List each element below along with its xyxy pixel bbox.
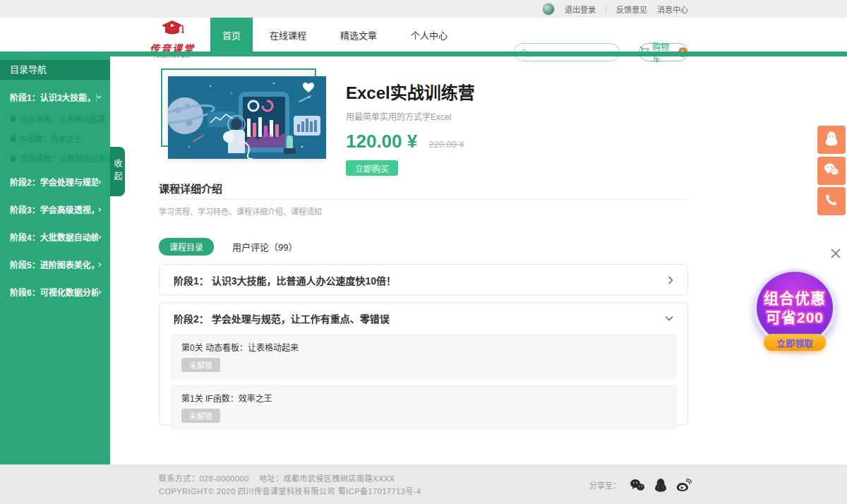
page: 退出登录 反馈意见 消息中心 传音课堂 CHUANYINKETANG 首页 在线 — [0, 0, 847, 504]
qq-share-icon[interactable] — [654, 478, 667, 492]
navbar: 传音课堂 CHUANYINKETANG 首页 在线课程 精选文章 个人中心 搜索… — [0, 18, 847, 52]
lesson-1-locked-badge: 未解锁 — [181, 409, 220, 423]
sidebar-stage-1[interactable]: 阶段1：认识3大技能，比普通人... — [0, 80, 110, 109]
accordion-stage-1-title: 阶段1： 认识3大技能，比普通人办公速度快10倍！ — [174, 273, 396, 287]
accordion-stage-2-title: 阶段2： 学会处理与规范，让工作有重点、零错误 — [174, 311, 390, 325]
sidebar-stage-5-label: 阶段5：进阶图表美化，让汇报一... — [10, 258, 98, 270]
sidebar-stage-1-label: 阶段1：认识3大技能，比普通人... — [10, 91, 97, 103]
price-row: 120.00 ¥ 220.00 ¥ — [346, 131, 475, 152]
sidebar-lesson-0-label: 动态看板：让表格动起来 — [20, 113, 106, 124]
course-title: Excel实战训练营 — [346, 79, 475, 104]
chevron-down-icon — [665, 316, 673, 321]
footer-address: 地址：成都市武侯区槐树店南路XXXX — [259, 474, 395, 483]
nav-item-profile[interactable]: 个人中心 — [394, 18, 464, 52]
original-price: 220.00 ¥ — [428, 139, 464, 150]
nav-menu: 首页 在线课程 精选文章 个人中心 — [210, 18, 464, 52]
favorite-heart-icon[interactable] — [302, 82, 315, 96]
lock-icon — [10, 114, 16, 124]
course-thumbnail — [161, 68, 328, 160]
wechat-share-icon[interactable] — [630, 479, 645, 491]
footer-info: 联系方式：028-0000000 地址：成都市武侯区槐树店南路XXXX COPY… — [159, 472, 421, 498]
accordion-stage-2: 阶段2： 学会处理与规范，让工作有重点、零错误 第0关 动态看板：让表格动起来 … — [159, 302, 688, 425]
nav-item-articles[interactable]: 精选文章 — [323, 18, 394, 52]
sidebar-stage-3-label: 阶段3：学会高级透视，拥有同时... — [10, 203, 98, 215]
sidebar-lesson-1[interactable]: IF函数：效率之王 — [0, 128, 110, 148]
graduation-cap-icon — [159, 20, 186, 40]
topbar: 退出登录 反馈意见 消息中心 — [0, 0, 847, 18]
buy-now-button[interactable]: 立即购买 — [346, 160, 398, 176]
current-price: 120.00 ¥ — [346, 131, 417, 152]
share-label: 分享至： — [589, 479, 620, 491]
footer-share: 分享至： — [589, 478, 692, 492]
sidebar-stage-6[interactable]: 阶段6：可视化数据分析，帮老板... — [0, 278, 110, 306]
accordion-stage-2-header[interactable]: 阶段2： 学会处理与规范，让工作有重点、零错误 — [160, 303, 687, 334]
phone-icon — [825, 193, 838, 209]
promo-line-2: 可省200 — [766, 308, 824, 327]
sidebar-lesson-2-label: 查询函数：让数据自己说话 — [20, 152, 114, 164]
qq-contact-button[interactable] — [817, 126, 846, 154]
catalog-sidebar: 目录导航 阶段1：认识3大技能，比普通人... 动态看板：让表格动起来 IF函数… — [0, 56, 110, 464]
accordion-stage-1: 阶段1： 认识3大技能，比普通人办公速度快10倍！ — [159, 264, 688, 295]
lesson-0-locked-badge: 未解锁 — [181, 358, 220, 372]
chevron-right-icon — [98, 179, 102, 186]
promo-claim-button[interactable]: 立即领取 — [764, 334, 826, 351]
feedback-link[interactable]: 反馈意见 — [616, 4, 647, 15]
tab-course-catalog[interactable]: 课程目录 — [159, 238, 214, 256]
lock-icon — [10, 154, 16, 163]
footer-contact: 联系方式：028-0000000 — [159, 474, 249, 483]
lesson-0-title: 第0关 动态看板：让表格动起来 — [181, 341, 666, 353]
accordion-stage-1-header[interactable]: 阶段1： 认识3大技能，比普通人办公速度快10倍！ — [160, 265, 687, 296]
lesson-1-title: 第1关 IF函数：效率之王 — [181, 392, 666, 404]
footer-copyright: COPYRIGHT© 2020 四川传音课堂科技有限公司 蜀ICP备170177… — [159, 485, 421, 498]
footer: 联系方式：028-0000000 地址：成都市武侯区槐树店南路XXXX COPY… — [0, 464, 847, 504]
nav-item-courses[interactable]: 在线课程 — [253, 18, 323, 52]
chevron-right-icon — [98, 234, 102, 241]
logout-link[interactable]: 退出登录 — [565, 4, 596, 15]
collapse-label: 收起 — [112, 159, 124, 184]
chevron-right-icon — [668, 276, 673, 284]
sidebar-title: 目录导航 — [0, 60, 110, 80]
chevron-right-icon — [98, 206, 102, 213]
sidebar-lesson-1-label: IF函数：效率之王 — [20, 133, 82, 144]
phone-contact-button[interactable] — [817, 187, 846, 215]
wechat-icon — [824, 162, 839, 179]
sidebar-stage-5[interactable]: 阶段5：进阶图表美化，让汇报一... — [0, 251, 110, 278]
lesson-item-1[interactable]: 第1关 IF函数：效率之王 未解锁 — [170, 385, 677, 430]
course-subtitle: 用最简单实用的方式学Excel — [346, 110, 475, 122]
course-info: Excel实战训练营 用最简单实用的方式学Excel 120.00 ¥ 220.… — [346, 79, 475, 176]
sidebar-collapse-button[interactable]: 收起 — [110, 147, 125, 196]
lock-icon — [10, 134, 16, 143]
sidebar-stage-3[interactable]: 阶段3：学会高级透视，拥有同时... — [0, 196, 110, 223]
chevron-right-icon — [98, 261, 102, 268]
sidebar-lesson-0[interactable]: 动态看板：让表格动起来 — [0, 109, 110, 128]
topbar-divider — [606, 6, 606, 13]
detail-section-title: 课程详细介绍 — [159, 181, 222, 196]
chevron-right-icon — [98, 289, 102, 296]
detail-tabs: 课程目录 用户评论（99） — [159, 238, 297, 256]
topbar-right: 退出登录 反馈意见 消息中心 — [542, 0, 688, 18]
chevron-down-icon — [97, 95, 102, 100]
accent-strip — [0, 52, 847, 56]
sidebar-stage-2-label: 阶段2：学会处理与规范，让工作... — [10, 176, 98, 188]
qq-icon — [824, 131, 839, 149]
nav-item-home[interactable]: 首页 — [210, 18, 253, 52]
sidebar-stage-4-label: 阶段4：大批数据自动统计分析，... — [10, 231, 98, 243]
lesson-item-0[interactable]: 第0关 动态看板：让表格动起来 未解锁 — [170, 334, 677, 379]
section-divider — [159, 199, 688, 200]
tab-user-reviews[interactable]: 用户评论（99） — [232, 240, 297, 253]
messages-link[interactable]: 消息中心 — [657, 4, 688, 15]
sidebar-stage-6-label: 阶段6：可视化数据分析，帮老板... — [10, 286, 98, 298]
sidebar-stage-4[interactable]: 阶段4：大批数据自动统计分析，... — [0, 223, 110, 251]
promo-close-icon[interactable] — [830, 248, 841, 259]
sidebar-lesson-2[interactable]: 查询函数：让数据自己说话 — [0, 148, 110, 168]
sidebar-stage-2[interactable]: 阶段2：学会处理与规范，让工作... — [0, 168, 110, 196]
promo-line-1: 组合优惠 — [764, 289, 826, 308]
user-avatar[interactable] — [542, 3, 555, 16]
wechat-contact-button[interactable] — [817, 157, 846, 185]
weibo-share-icon[interactable] — [676, 479, 692, 492]
detail-description: 学习流程、学习特色、课程详细介绍、课程须知 — [159, 205, 322, 217]
